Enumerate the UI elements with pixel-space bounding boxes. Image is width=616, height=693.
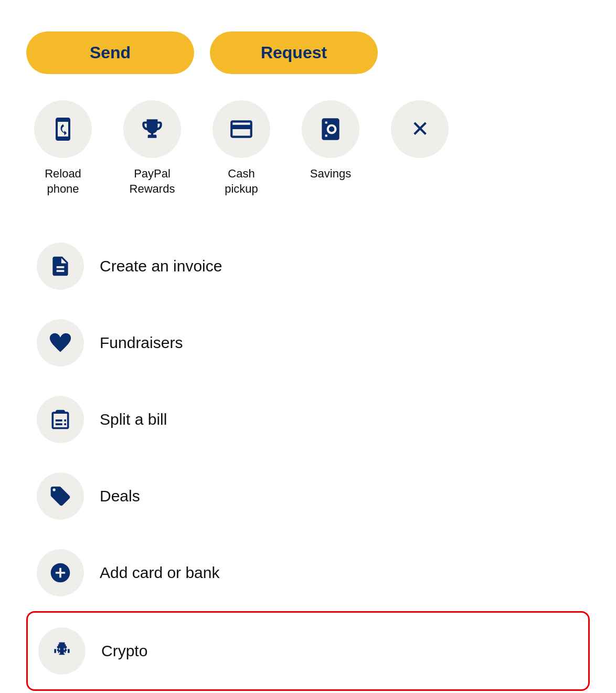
reload-phone-icon-circle <box>34 100 92 158</box>
list-items: Create an invoice Fundraisers Split a bi… <box>26 228 590 691</box>
add-card-bank-label: Add card or bank <box>100 564 219 582</box>
quick-action-paypal-rewards[interactable]: PayPalRewards <box>115 100 189 196</box>
list-item-fundraisers[interactable]: Fundraisers <box>26 304 590 381</box>
add-bank-icon <box>49 561 72 584</box>
add-bank-icon-circle <box>37 549 84 596</box>
paypal-rewards-label: PayPalRewards <box>130 166 175 196</box>
cash-icon <box>228 116 254 142</box>
create-invoice-label: Create an invoice <box>100 257 222 275</box>
quick-actions: Reloadphone PayPalRewards Cashpickup Sav… <box>26 100 590 196</box>
crypto-label: Crypto <box>101 642 147 660</box>
list-item-create-invoice[interactable]: Create an invoice <box>26 228 590 304</box>
close-icon: ✕ <box>411 118 429 140</box>
split-bill-icon-circle <box>37 396 84 443</box>
reload-phone-label: Reloadphone <box>45 166 81 196</box>
split-bill-icon <box>49 408 72 431</box>
paypal-rewards-icon-circle <box>123 100 181 158</box>
fundraiser-icon-circle <box>37 319 84 366</box>
top-buttons: Send Request <box>26 32 590 74</box>
quick-action-reload-phone[interactable]: Reloadphone <box>26 100 100 196</box>
list-item-deals[interactable]: Deals <box>26 458 590 534</box>
crypto-icon <box>50 639 73 663</box>
invoice-icon-circle <box>37 243 84 290</box>
crypto-icon-circle <box>38 627 86 675</box>
deals-icon-circle <box>37 472 84 520</box>
savings-label: Savings <box>310 166 351 182</box>
quick-action-cash-pickup[interactable]: Cashpickup <box>205 100 278 196</box>
invoice-icon <box>49 255 72 278</box>
quick-action-close[interactable]: ✕ <box>383 100 456 158</box>
send-button[interactable]: Send <box>26 32 194 74</box>
close-icon-circle: ✕ <box>391 100 449 158</box>
split-bill-label: Split a bill <box>100 411 167 428</box>
deals-label: Deals <box>100 487 140 505</box>
list-item-split-bill[interactable]: Split a bill <box>26 381 590 458</box>
phone-reload-icon <box>50 117 76 142</box>
list-item-add-card-bank[interactable]: Add card or bank <box>26 534 590 611</box>
savings-icon-circle <box>302 100 359 158</box>
cash-pickup-icon-circle <box>213 100 270 158</box>
list-item-crypto[interactable]: Crypto <box>26 611 590 691</box>
quick-action-savings[interactable]: Savings <box>294 100 367 182</box>
fundraiser-icon <box>49 331 72 354</box>
deals-icon <box>49 485 72 508</box>
request-button[interactable]: Request <box>210 32 378 74</box>
safe-icon <box>317 116 344 142</box>
fundraisers-label: Fundraisers <box>100 334 183 352</box>
trophy-icon <box>139 116 165 142</box>
cash-pickup-label: Cashpickup <box>225 166 258 196</box>
